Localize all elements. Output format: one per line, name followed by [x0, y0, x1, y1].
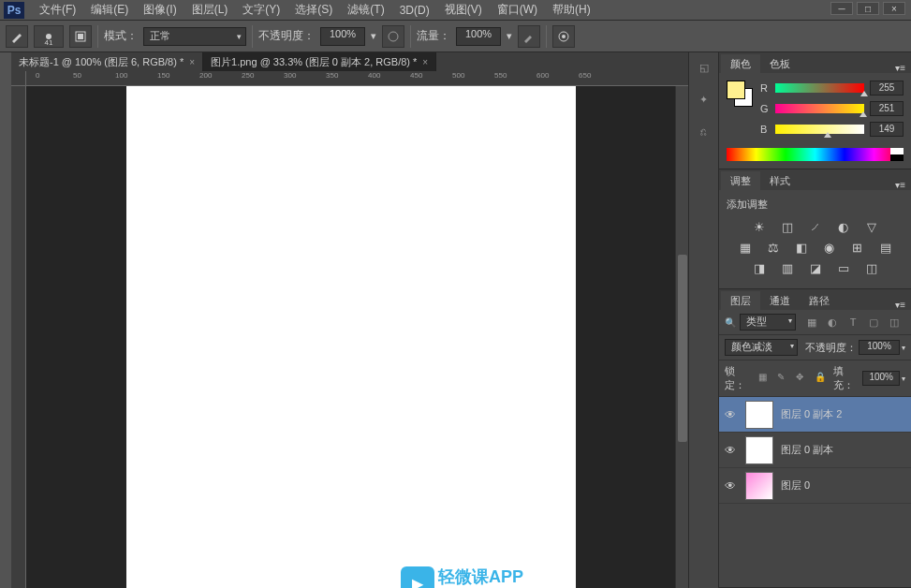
b-slider[interactable] [775, 125, 864, 134]
opacity-input[interactable]: 100% [320, 27, 365, 46]
layer-blend-mode-dropdown[interactable]: 颜色减淡 [725, 339, 798, 356]
minimize-button[interactable]: ─ [830, 2, 853, 15]
layer-item[interactable]: 👁 图层 0 副本 2 [719, 397, 911, 433]
menu-file[interactable]: 文件(F) [32, 2, 83, 18]
layer-filter-dropdown[interactable]: 类型 [740, 314, 796, 331]
layer-thumbnail[interactable] [745, 436, 773, 464]
filter-smart-icon[interactable]: ◫ [888, 316, 901, 329]
menu-edit[interactable]: 编辑(E) [83, 2, 136, 18]
photo-filter-icon[interactable]: ◉ [821, 240, 838, 255]
airbrush-icon[interactable] [518, 25, 540, 48]
tab-color[interactable]: 颜色 [721, 54, 760, 73]
g-value-input[interactable]: 251 [870, 101, 904, 116]
tab-adjustments[interactable]: 调整 [721, 171, 760, 190]
vibrance-icon[interactable]: ▽ [863, 219, 880, 234]
pressure-opacity-icon[interactable] [382, 25, 404, 48]
tab-layers[interactable]: 图层 [721, 291, 760, 310]
balance-icon[interactable]: ⚖ [765, 240, 782, 255]
flow-input[interactable]: 100% [456, 27, 501, 46]
r-value-input[interactable]: 255 [870, 81, 904, 96]
layer-opacity-input[interactable]: 100% [859, 340, 900, 355]
levels-icon[interactable]: ◫ [779, 219, 796, 234]
exposure-icon[interactable]: ◐ [835, 219, 852, 234]
menu-3d[interactable]: 3D(D) [392, 4, 437, 17]
search-icon[interactable]: 🔍 [725, 317, 736, 328]
g-slider[interactable] [775, 104, 864, 113]
document-tab[interactable]: 未标题-1 @ 100% (图层 6, RGB/8) * × [11, 52, 203, 71]
ruler-origin[interactable] [11, 71, 26, 86]
layer-name-label[interactable]: 图层 0 [781, 478, 810, 492]
foreground-background-swatch[interactable] [727, 81, 753, 107]
brightness-icon[interactable]: ☀ [751, 219, 768, 234]
tab-paths[interactable]: 路径 [800, 291, 839, 310]
panel-menu-icon[interactable]: ▾≡ [889, 180, 911, 190]
document-tab[interactable]: 图片1.png @ 33.3% (图层 0 副本 2, RGB/8) * × [203, 52, 436, 71]
layer-name-label[interactable]: 图层 0 副本 [781, 443, 833, 457]
color-spectrum[interactable] [727, 148, 904, 161]
history-panel-icon[interactable]: ◱ [695, 60, 713, 75]
menu-image[interactable]: 图像(I) [136, 2, 184, 18]
posterize-icon[interactable]: ▥ [779, 260, 796, 275]
menu-layer[interactable]: 图层(L) [184, 2, 236, 18]
ruler-vertical[interactable] [11, 86, 26, 588]
menu-filter[interactable]: 滤镜(T) [340, 2, 391, 18]
layer-thumbnail[interactable] [745, 472, 773, 500]
clone-panel-icon[interactable]: ⎌ [695, 124, 713, 139]
hue-icon[interactable]: ▦ [737, 240, 754, 255]
r-slider[interactable] [775, 83, 864, 93]
layer-thumbnail[interactable] [745, 401, 773, 429]
ruler-horizontal[interactable]: 0 50 100 150 200 250 300 350 400 450 500… [26, 71, 688, 86]
visibility-icon[interactable]: 👁 [725, 408, 738, 421]
bw-icon[interactable]: ◧ [793, 240, 810, 255]
filter-shape-icon[interactable]: ▢ [867, 316, 880, 329]
menu-type[interactable]: 文字(Y) [235, 2, 287, 18]
close-icon[interactable]: × [422, 57, 428, 67]
selective-color-icon[interactable]: ◫ [863, 260, 880, 275]
menu-window[interactable]: 窗口(W) [490, 2, 545, 18]
fill-input[interactable]: 100% [862, 371, 900, 386]
menu-view[interactable]: 视图(V) [437, 2, 490, 18]
brush-preset-picker[interactable]: 41 [34, 25, 64, 48]
canvas-viewport[interactable]: ▶ 轻微课APP 海量绘画课程疯狂学 [26, 86, 675, 588]
brush-panel-toggle-icon[interactable] [69, 25, 92, 48]
gradient-map-icon[interactable]: ▭ [835, 260, 852, 275]
lookup-icon[interactable]: ▤ [877, 240, 894, 255]
chevron-down-icon[interactable]: ▾ [902, 375, 905, 383]
chevron-down-icon[interactable]: ▾ [902, 344, 905, 352]
lock-pixels-icon[interactable]: ✎ [777, 372, 790, 385]
pressure-size-icon[interactable] [552, 25, 575, 48]
maximize-button[interactable]: □ [857, 2, 879, 15]
flow-dropdown-icon[interactable]: ▾ [507, 30, 512, 42]
panel-menu-icon[interactable]: ▾≡ [889, 63, 911, 73]
threshold-icon[interactable]: ◪ [807, 260, 824, 275]
canvas[interactable] [126, 86, 576, 588]
scrollbar-vertical[interactable] [675, 86, 688, 588]
brushes-panel-icon[interactable]: ✦ [695, 92, 713, 107]
filter-type-icon[interactable]: T [846, 316, 860, 329]
tab-styles[interactable]: 样式 [760, 171, 800, 190]
blend-mode-dropdown[interactable]: 正常 [143, 27, 246, 46]
lock-transparency-icon[interactable]: ▦ [758, 372, 771, 385]
layer-name-label[interactable]: 图层 0 副本 2 [781, 407, 842, 421]
panel-menu-icon[interactable]: ▾≡ [889, 300, 911, 310]
tab-swatches[interactable]: 色板 [760, 54, 800, 73]
layer-item[interactable]: 👁 图层 0 [719, 468, 911, 504]
menu-help[interactable]: 帮助(H) [545, 2, 598, 18]
foreground-color[interactable] [727, 81, 745, 99]
tab-channels[interactable]: 通道 [760, 291, 800, 310]
channel-mixer-icon[interactable]: ⊞ [849, 240, 866, 255]
curves-icon[interactable]: ⟋ [807, 219, 824, 234]
invert-icon[interactable]: ◨ [751, 260, 768, 275]
visibility-icon[interactable]: 👁 [725, 479, 738, 492]
brush-tool-icon[interactable] [6, 25, 28, 48]
visibility-icon[interactable]: 👁 [725, 444, 738, 457]
lock-position-icon[interactable]: ✥ [796, 372, 809, 385]
filter-pixel-icon[interactable]: ▦ [805, 316, 818, 329]
close-icon[interactable]: × [189, 57, 195, 67]
filter-adjustment-icon[interactable]: ◐ [826, 316, 839, 329]
close-button[interactable]: × [883, 2, 905, 15]
layer-item[interactable]: 👁 图层 0 副本 [719, 433, 911, 468]
b-value-input[interactable]: 149 [870, 122, 904, 137]
scrollbar-thumb[interactable] [678, 255, 687, 442]
lock-all-icon[interactable]: 🔒 [815, 372, 828, 385]
